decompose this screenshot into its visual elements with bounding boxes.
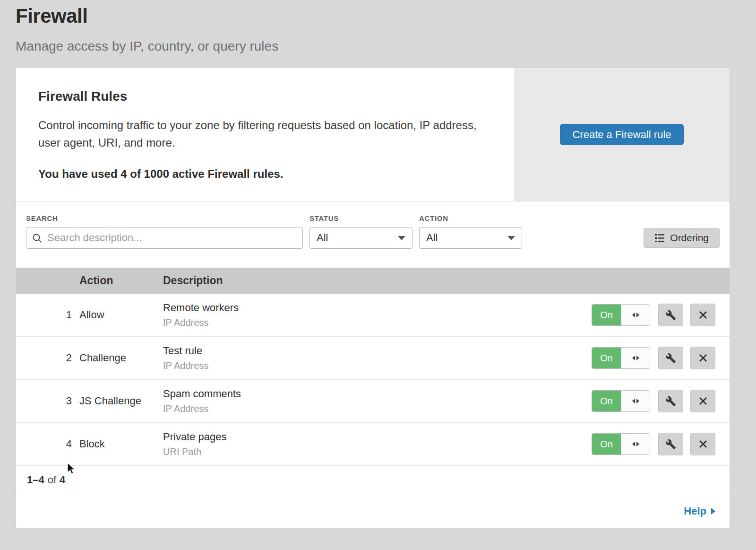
table-row: 1 Allow Remote workers IP Address On <box>16 294 730 337</box>
rule-controls: On <box>592 304 730 326</box>
table-row: 3 JS Challenge Spam comments IP Address … <box>16 380 730 423</box>
chevron-down-icon <box>398 236 405 240</box>
rule-description-text: Private pages <box>163 431 592 443</box>
rules-usage-count: You have used 4 of 1000 active Firewall … <box>38 167 486 181</box>
rule-description-text: Remote workers <box>163 302 592 314</box>
status-select[interactable]: All <box>309 227 412 249</box>
close-icon <box>698 353 708 363</box>
toggle-arrows-icon[interactable] <box>621 434 650 454</box>
rule-controls: On <box>592 390 730 412</box>
toggle-on-label[interactable]: On <box>592 434 621 454</box>
search-filter-group: SEARCH <box>26 214 303 249</box>
search-box <box>26 227 303 249</box>
status-filter-group: STATUS All <box>309 214 412 249</box>
page-subtitle: Manage access by IP, country, or query r… <box>16 39 740 54</box>
rule-priority: 4 <box>16 438 79 450</box>
search-icon <box>32 233 43 244</box>
toggle-arrows-icon[interactable] <box>621 391 650 411</box>
help-link[interactable]: Help <box>684 505 715 517</box>
firewall-rules-card: Firewall Rules Control incoming traffic … <box>16 68 730 528</box>
create-firewall-rule-button[interactable]: Create a Firewall rule <box>560 124 683 145</box>
wrench-icon <box>665 310 676 321</box>
pagination-separator: of <box>48 474 56 486</box>
rule-description-text: Spam comments <box>163 388 592 400</box>
firewall-page: Firewall Manage access by IP, country, o… <box>0 0 756 550</box>
edit-rule-button[interactable] <box>658 347 683 369</box>
arrow-right-icon <box>711 508 715 515</box>
rule-action: Challenge <box>79 352 163 364</box>
column-description: Description <box>163 274 592 287</box>
rule-priority: 1 <box>16 309 79 321</box>
help-link-label: Help <box>684 505 706 517</box>
wrench-icon <box>665 353 676 364</box>
page-header: Firewall Manage access by IP, country, o… <box>0 0 756 54</box>
firewall-rules-intro: Firewall Rules Control incoming traffic … <box>16 68 730 201</box>
ordering-button-label: Ordering <box>670 232 709 244</box>
rule-match-type: IP Address <box>163 360 592 371</box>
rule-action: JS Challenge <box>79 395 163 407</box>
edit-rule-button[interactable] <box>658 433 683 455</box>
pagination: 1–4 of 4 <box>16 466 730 494</box>
rule-action: Block <box>79 438 163 450</box>
status-label: STATUS <box>309 214 412 222</box>
rule-priority: 3 <box>16 395 79 407</box>
delete-rule-button[interactable] <box>690 433 715 455</box>
table-row: 2 Challenge Test rule IP Address On <box>16 337 730 380</box>
edit-rule-button[interactable] <box>658 390 683 412</box>
filter-bar: SEARCH STATUS All ACTION <box>16 201 730 268</box>
intro-heading: Firewall Rules <box>38 89 486 104</box>
delete-rule-button[interactable] <box>690 304 715 326</box>
edit-rule-button[interactable] <box>658 304 683 326</box>
intro-description: Control incoming traffic to your zone by… <box>38 116 486 151</box>
action-filter-group: ACTION All <box>419 214 522 249</box>
toggle-on-label[interactable]: On <box>592 348 621 368</box>
rule-action: Allow <box>79 309 163 321</box>
rule-description-cell: Remote workers IP Address <box>163 302 592 328</box>
column-action: Action <box>79 274 163 287</box>
chevron-down-icon <box>507 236 515 240</box>
intro-action-panel: Create a Firewall rule <box>514 68 730 201</box>
delete-rule-button[interactable] <box>690 390 715 412</box>
toggle-on-label[interactable]: On <box>592 391 621 411</box>
status-select-value: All <box>317 232 328 244</box>
rule-match-type: URI Path <box>163 446 592 457</box>
table-header: Action Description <box>16 268 730 294</box>
rule-enabled-toggle[interactable]: On <box>592 304 650 326</box>
action-label: ACTION <box>419 214 522 222</box>
rule-enabled-toggle[interactable]: On <box>592 347 650 369</box>
toggle-arrows-icon[interactable] <box>621 348 650 368</box>
search-label: SEARCH <box>26 214 303 222</box>
table-row: 4 Block Private pages URI Path On <box>16 423 730 466</box>
rule-controls: On <box>592 347 730 369</box>
toggle-on-label[interactable]: On <box>592 305 621 325</box>
pagination-total: 4 <box>60 474 65 486</box>
ordered-list-icon <box>654 233 665 243</box>
wrench-icon <box>665 439 676 450</box>
ordering-button[interactable]: Ordering <box>644 228 720 248</box>
rule-match-type: IP Address <box>163 317 592 328</box>
rule-controls: On <box>592 433 730 455</box>
close-icon <box>698 439 708 449</box>
pagination-range: 1–4 <box>27 474 44 486</box>
delete-rule-button[interactable] <box>690 347 715 369</box>
rule-enabled-toggle[interactable]: On <box>592 390 650 412</box>
page-title: Firewall <box>16 5 740 27</box>
close-icon <box>698 310 708 320</box>
card-footer: Help <box>16 494 730 528</box>
rule-description-cell: Test rule IP Address <box>163 345 592 371</box>
action-select-value: All <box>426 232 438 244</box>
close-icon <box>698 396 708 406</box>
rule-description-cell: Private pages URI Path <box>163 431 592 457</box>
action-select[interactable]: All <box>419 227 522 249</box>
rule-priority: 2 <box>16 352 79 364</box>
rule-match-type: IP Address <box>163 403 592 414</box>
rule-description-text: Test rule <box>163 345 592 357</box>
toggle-arrows-icon[interactable] <box>621 305 650 325</box>
search-input[interactable] <box>26 227 302 248</box>
intro-text-block: Firewall Rules Control incoming traffic … <box>16 68 514 201</box>
wrench-icon <box>665 396 676 407</box>
rule-enabled-toggle[interactable]: On <box>592 433 650 455</box>
rule-description-cell: Spam comments IP Address <box>163 388 592 414</box>
